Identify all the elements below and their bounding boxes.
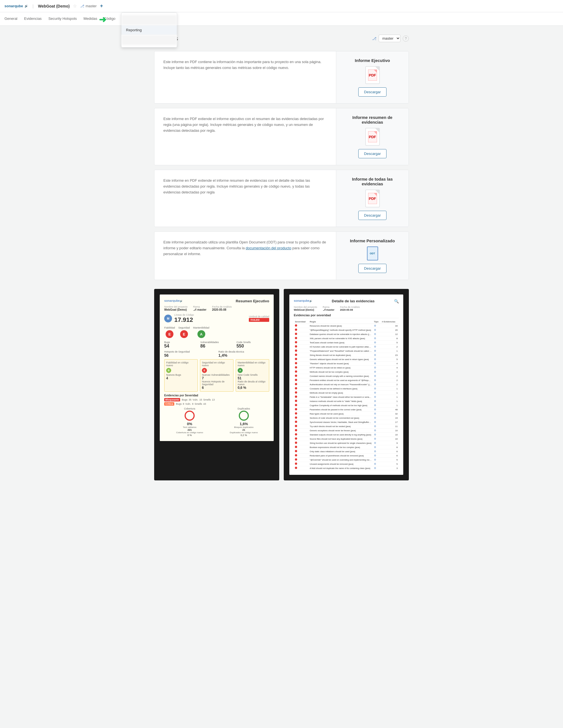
report-custom-description: Este informe personalizado utiliza una p… [154, 232, 336, 280]
col-severity: Severidad [294, 320, 309, 324]
project-name: WebGoat (Demo) [38, 4, 69, 8]
sub-navbar: General Evidencias Security Hotspots Med… [0, 12, 563, 26]
app-logo: sonarqube 🔊 [4, 4, 28, 8]
download-button-executive[interactable]: Descargar [358, 87, 387, 97]
table-row: XML parsers should not be vulnerable to … [294, 336, 399, 341]
star-icon[interactable]: ☆ [73, 3, 77, 9]
nav-medidas[interactable]: Medidas [83, 13, 97, 25]
odt-icon: ODT [367, 246, 378, 260]
report-executive-description: Este informe en PDF contiene la informac… [154, 51, 336, 103]
table-row: Fields in a "Serializable" class should … [294, 395, 399, 399]
report-evidence-summary-description: Este informe en PDF extiende el informe … [154, 108, 336, 165]
new-reliability-box: Fiabilidad en código nuevo B Nuevos Bugs… [164, 359, 198, 392]
report-all-evidence-right: Informe de todas las evidencias PDF Desc… [336, 170, 409, 227]
table-row: Only static class initializers should be… [294, 449, 399, 454]
table-row: Resources should be closed (java) ⚙ 34 [294, 324, 399, 328]
search-icon[interactable]: 🔍 [394, 299, 399, 303]
nav-general[interactable]: General [4, 13, 17, 25]
report-custom-title: Informe Personalizado [350, 238, 395, 243]
page-header: Informes ⎇ master ? [154, 35, 409, 42]
report-evidence-summary-title: Informe resumen de evidencias [343, 115, 402, 124]
table-row: Redundant pairs of parentheses should be… [294, 454, 399, 458]
coverage-row: Cobertura 0% Test valitarios 221 Cobertu… [164, 407, 269, 437]
new-security-box: Seguridad en código nuevo E Nuevas Vulne… [200, 359, 233, 392]
table-row: A field should not duplicate the name of… [294, 466, 399, 470]
new-reliability-circle: B [166, 368, 171, 373]
smells-metric: Code Smells 550 [236, 341, 269, 349]
table-row: Try-catch blocks should not be nested (j… [294, 424, 399, 428]
report-evidence-summary-right: Informe resumen de evidencias PDF Descar… [336, 108, 409, 165]
reliability-rating: Fiabilidad E [164, 326, 175, 339]
exec-project: Nombre del proyecto WebGoat (Demo) [164, 305, 188, 311]
table-row: Boolean expressions should not be too co… [294, 445, 399, 449]
new-code-section: Fiabilidad en código nuevo B Nuevos Bugs… [164, 359, 269, 392]
sonarqube-logo-text: sonarqube [4, 4, 23, 8]
maintainability-circle: A [197, 330, 205, 338]
new-security-circle: E [202, 368, 207, 373]
green-arrow-icon: ➜ [99, 14, 106, 25]
plus-icon[interactable]: + [100, 3, 103, 9]
evid-logo: sonarqube🔊 [294, 299, 312, 302]
security-rating: Seguridad E [178, 326, 190, 339]
svg-point-0 [185, 411, 194, 420]
dropdown-item-blurred-2 [121, 35, 177, 45]
dropdown-item-reporting[interactable]: Reporting [121, 25, 177, 35]
product-doc-link[interactable]: documentación del producto [246, 246, 291, 250]
report-evidence-summary: Este informe en PDF extiende el informe … [154, 108, 409, 165]
vuln-metric: Vulnerabilidades 86 [200, 341, 233, 349]
hotspots-metric: Hotspots de Seguridad 56 [164, 350, 215, 358]
new-maint-box: Mantenibilidad en código nuevo A New Cod… [236, 359, 269, 392]
pdf-icon-executive: PDF [365, 66, 380, 84]
pdf-icon-all-evidence: PDF [365, 190, 380, 207]
table-row: String literals should not be duplicated… [294, 353, 399, 357]
table-row: Methods should not be too complex (java)… [294, 370, 399, 374]
exec-size: M Líneas de Código 17.912 Umbral de cali… [164, 313, 269, 324]
branch-info: ⎇ master [80, 4, 97, 8]
table-row: HTTP referers should not be relied on (j… [294, 366, 399, 370]
evid-branch: Rama ⎇ master [323, 306, 335, 311]
download-button-evidence-summary[interactable]: Descargar [358, 149, 387, 158]
table-row: TestCases should contain tests (java) ⚙ … [294, 341, 399, 345]
report-executive: Este informe en PDF contiene la informac… [154, 51, 409, 104]
blocker-row: Bloqueante Bugs35 Vuln.15 Smells13 [164, 398, 269, 401]
table-row: Unused assignments should be removed (ja… [294, 462, 399, 466]
preview-detail-card: sonarqube🔊 Detalle de las evidencias 🔍 N… [284, 289, 409, 480]
nav-mas-dropdown[interactable]: Más ▾ Reporting ➜ [143, 13, 154, 25]
table-row: Raw types should not be used (java) ⚙ 32 [294, 412, 399, 416]
exec-card-header: sonarqube🔊 Resumen Ejecutivo [164, 299, 269, 303]
metric-row-2: Hotspots de Seguridad 56 Ratio de deuda … [164, 350, 269, 358]
nav-divider: | [32, 4, 33, 8]
help-icon[interactable]: ? [403, 35, 409, 42]
dup-circle-svg [238, 410, 249, 421]
branch-select[interactable]: master [379, 35, 401, 42]
exec-meta: Nombre del proyecto WebGoat (Demo) Rama … [164, 305, 269, 311]
evid-header: sonarqube🔊 Detalle de las evidencias 🔍 [294, 299, 399, 303]
table-row: Synchronized classes Vector, Hashtable, … [294, 420, 399, 424]
evid-date: Fecha de Análisis 2020-05-08 [340, 306, 360, 311]
nav-evidencias[interactable]: Evidencias [24, 13, 42, 25]
report-all-evidence-description: Este informe en PDF extiende el informe … [154, 170, 336, 227]
table-row: "PreparedStatement" and "ResultSet" meth… [294, 349, 399, 353]
exec-branch: Rama ⎇ master [193, 305, 207, 311]
evid-card: sonarqube🔊 Detalle de las evidencias 🔍 N… [289, 294, 403, 475]
table-row: Cognitive Complexity of methods should n… [294, 403, 399, 408]
maintainability-rating: Mantenibilidad A [193, 326, 209, 339]
security-circle: E [180, 330, 188, 338]
table-row: "Random" objects should be reused (java)… [294, 361, 399, 366]
nav-security-hotspots[interactable]: Security Hotspots [48, 13, 77, 25]
download-button-all-evidence[interactable]: Descargar [358, 211, 387, 220]
table-row: Database queries should not be vulnerabl… [294, 332, 399, 336]
preview-executive-card: sonarqube🔊 Resumen Ejecutivo Nombre del … [154, 289, 279, 480]
size-badge: M [164, 315, 172, 322]
table-row: Authentication should not rely on insecu… [294, 382, 399, 387]
evid-project: Nombre del proyecto WebGoat (Demo) [294, 306, 317, 311]
table-row: I/O function calls should not be vulnera… [294, 345, 399, 349]
duplicados-item: Duplicados 1,6% Bloques duplicados 21 Du… [218, 407, 269, 437]
evid-title: Detalle de las evidencias [332, 299, 375, 303]
evid-meta: Nombre del proyecto WebGoat (Demo) Rama … [294, 306, 399, 311]
download-button-custom[interactable]: Descargar [358, 264, 387, 273]
top-navbar: sonarqube 🔊 | WebGoat (Demo) ☆ ⎇ master … [0, 0, 563, 12]
table-row: Source files should not have any duplica… [294, 437, 399, 441]
col-count: # Evidencias [381, 320, 399, 324]
report-custom-right: Informe Personalizado ODT Descargar [336, 232, 409, 280]
